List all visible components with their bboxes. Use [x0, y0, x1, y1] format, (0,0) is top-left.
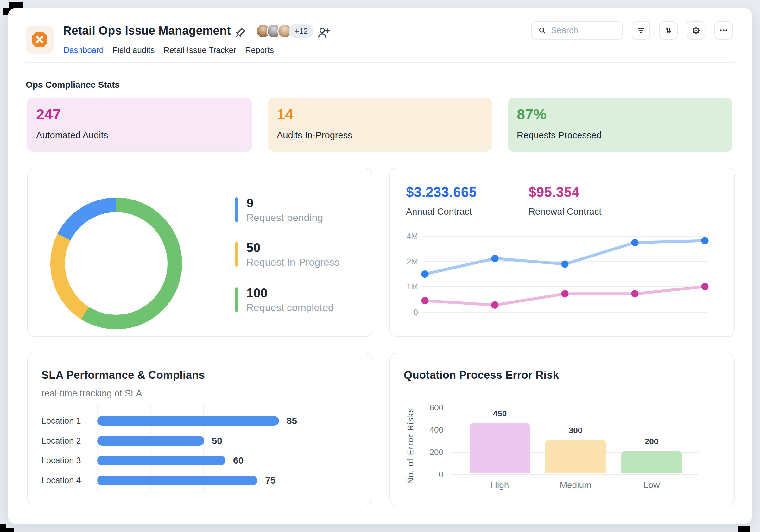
tab-dashboard[interactable]: Dashboard [63, 45, 104, 55]
sla-card: SLA Performance & Complians real-time tr… [27, 353, 372, 506]
sla-bar [97, 416, 279, 426]
legend-label: Request pending [246, 212, 323, 223]
sort-icon [663, 25, 674, 35]
stat-card-requests-processed: 87% Requests Processed [508, 98, 733, 152]
svg-text:4M: 4M [406, 231, 418, 241]
tab-field-audits[interactable]: Field audits [113, 45, 155, 55]
contracts-card: $3.233.665 Annual Contract $95.354 Renew… [390, 168, 735, 337]
settings-button[interactable] [687, 21, 705, 40]
tab-retail-issue-tracker[interactable]: Retail Issue Tracker [164, 45, 236, 55]
bar [545, 440, 606, 473]
gridline [451, 474, 698, 475]
sla-category: Location 2 [41, 436, 81, 446]
quotation-risk-card: Quotation Process Error Risk No. of Erro… [390, 353, 735, 506]
sla-category: Location 3 [41, 456, 81, 465]
risk-card-title: Quotation Process Error Risk [404, 368, 559, 381]
legend-label: Request In-Progress [246, 257, 339, 268]
bar-value: 300 [545, 426, 606, 435]
pin-icon[interactable] [233, 26, 246, 40]
stat-card-audits-in-progress: 14 Audits In-Progress [268, 98, 492, 152]
ellipsis-icon [718, 25, 729, 36]
sla-value: 85 [287, 415, 297, 426]
stat-value: 247 [36, 106, 61, 123]
sla-row: Location 1 85 [28, 416, 372, 426]
risk-category: Low [621, 480, 682, 490]
search-icon [538, 26, 546, 35]
risk-category: High [470, 480, 530, 490]
contracts-line-chart: 01M2M4M [390, 169, 734, 336]
add-user-button[interactable] [316, 25, 330, 40]
crop-artifact [6, 528, 14, 532]
sla-bar [97, 476, 258, 485]
sla-category: Location 1 [41, 416, 81, 426]
bar [470, 423, 530, 473]
legend-value: 50 [246, 241, 261, 255]
section-title: Ops Compliance Stats [25, 80, 120, 90]
sla-card-subtitle: real-time tracking of SLA [41, 388, 142, 399]
avatar-overflow-badge[interactable]: +12 [289, 24, 313, 38]
filter-icon [636, 25, 646, 35]
app-window: Retail Ops Issue Management +12 Search [8, 8, 752, 524]
page-title: Retail Ops Issue Management [63, 24, 231, 37]
legend-swatch [235, 242, 238, 266]
stat-value: 14 [277, 106, 293, 123]
search-input[interactable]: Search [531, 21, 623, 40]
sla-bar [97, 436, 204, 446]
risk-y-axis-label: No. of Error Risks [405, 398, 415, 493]
octagon-x-icon [31, 31, 48, 48]
app-logo [25, 25, 54, 54]
stat-label: Automated Audits [36, 130, 108, 141]
sla-card-title: SLA Performance & Complians [41, 368, 205, 381]
sla-value: 60 [233, 455, 244, 466]
svg-text:1M: 1M [406, 282, 418, 291]
requests-donut-card: 9 Request pending 50 Request In-Progress… [27, 168, 372, 337]
sla-bar [97, 456, 225, 465]
bar-value: 200 [621, 437, 682, 447]
stat-label: Audits In-Progress [277, 130, 353, 141]
search-placeholder: Search [551, 25, 578, 35]
y-tick: 0 [424, 470, 443, 478]
bar [621, 451, 682, 473]
legend-swatch [235, 287, 238, 312]
desktop-background: Retail Ops Issue Management +12 Search [0, 0, 760, 532]
stat-card-automated-audits: 247 Automated Audits [27, 98, 252, 152]
more-button[interactable] [714, 21, 733, 40]
gridline [451, 408, 698, 408]
sort-button[interactable] [659, 21, 678, 40]
crop-artifact [738, 526, 750, 532]
sla-value: 75 [265, 475, 275, 486]
filter-button[interactable] [632, 21, 650, 40]
sla-row: Location 2 50 [28, 436, 372, 446]
header-divider [25, 62, 735, 63]
sla-row: Location 4 75 [28, 476, 372, 485]
legend-value: 100 [246, 286, 267, 300]
crop-artifact [0, 524, 6, 532]
y-tick: 400 [424, 426, 443, 434]
risk-category: Medium [545, 480, 606, 490]
stat-value: 87% [517, 106, 546, 123]
svg-text:0: 0 [413, 308, 418, 317]
sla-category: Location 4 [41, 476, 81, 485]
gear-icon [690, 25, 701, 36]
person-add-icon [316, 25, 330, 40]
stat-label: Requests Processed [517, 130, 602, 141]
tab-bar: Dashboard Field audits Retail Issue Trac… [63, 45, 274, 55]
bar-value: 450 [470, 409, 530, 419]
legend-swatch [235, 197, 238, 222]
sla-row: Location 3 60 [28, 456, 372, 465]
y-tick: 200 [424, 448, 443, 456]
requests-donut-chart [50, 198, 182, 329]
y-tick: 600 [424, 404, 443, 412]
avatar-group[interactable]: +12 [256, 24, 313, 38]
legend-value: 9 [246, 196, 253, 210]
legend-label: Request completed [246, 302, 334, 314]
sla-value: 50 [212, 435, 222, 446]
tab-reports[interactable]: Reports [245, 45, 274, 55]
svg-text:2M: 2M [406, 257, 418, 266]
